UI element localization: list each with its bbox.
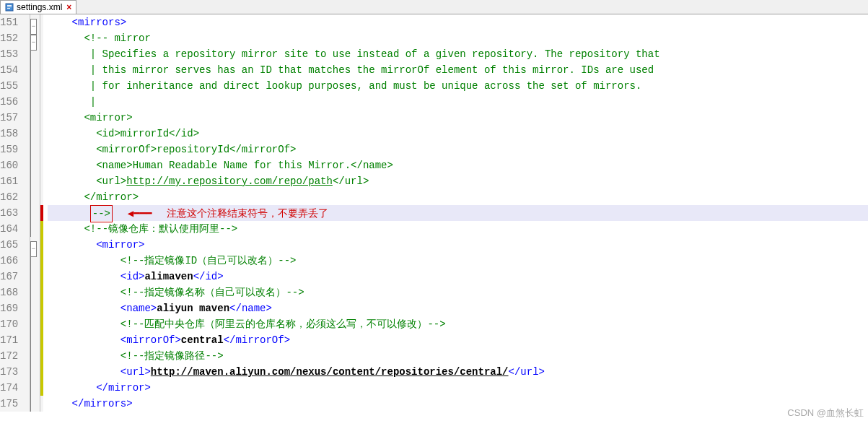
line-number: 153 <box>0 46 25 62</box>
xml-file-icon <box>5 3 14 12</box>
code-line[interactable]: | <box>48 94 868 110</box>
line-number-gutter: 1511521531541551561571581591601611621631… <box>0 14 30 412</box>
line-number: 154 <box>0 62 25 78</box>
code-line[interactable]: </mirror> <box>48 380 868 396</box>
fold-marker[interactable]: − <box>30 237 40 253</box>
fold-marker[interactable] <box>30 157 40 173</box>
arrow-icon: ◀━━━ <box>115 206 152 222</box>
line-number: 155 <box>0 78 25 94</box>
line-number: 158 <box>0 126 25 142</box>
fold-marker[interactable] <box>30 173 40 189</box>
code-line[interactable]: <name>aliyun maven</name> <box>48 300 868 316</box>
line-number: 170 <box>0 316 25 332</box>
line-number: 172 <box>0 348 25 364</box>
line-number: 160 <box>0 157 25 173</box>
line-number: 168 <box>0 285 25 300</box>
line-number: 171 <box>0 332 25 348</box>
line-number: 157 <box>0 110 25 126</box>
line-number: 164 <box>0 221 25 237</box>
close-icon[interactable]: × <box>66 2 71 12</box>
fold-marker[interactable] <box>30 269 40 285</box>
fold-gutter[interactable]: −−− <box>30 14 40 412</box>
line-number: 161 <box>0 173 25 189</box>
fold-marker[interactable] <box>30 62 40 78</box>
fold-marker[interactable] <box>30 332 40 348</box>
svg-rect-1 <box>7 5 12 6</box>
svg-rect-2 <box>7 6 12 7</box>
fold-marker[interactable] <box>30 316 40 332</box>
code-line[interactable]: <name>Human Readable Name for this Mirro… <box>48 157 868 173</box>
line-number: 159 <box>0 142 25 157</box>
fold-marker[interactable] <box>30 110 40 126</box>
fold-marker[interactable] <box>30 205 40 221</box>
fold-marker[interactable] <box>30 348 40 364</box>
code-line[interactable]: <mirrorOf>repositoryId</mirrorOf> <box>48 142 868 157</box>
file-tab-label: settings.xml <box>17 2 62 12</box>
line-number: 175 <box>0 396 25 412</box>
file-tab[interactable]: settings.xml × <box>0 0 76 14</box>
code-line[interactable]: <url>http://my.repository.com/repo/path<… <box>48 173 868 189</box>
code-line[interactable]: <!--匹配中央仓库（阿里云的仓库名称，必须这么写，不可以修改）--> <box>48 316 868 332</box>
line-number: 152 <box>0 30 25 46</box>
line-number: 169 <box>0 300 25 316</box>
line-number: 167 <box>0 269 25 285</box>
code-line[interactable]: <!--指定镜像路径--> <box>48 348 868 364</box>
line-number: 174 <box>0 380 25 396</box>
fold-marker[interactable] <box>30 78 40 94</box>
line-number: 163 <box>0 205 25 221</box>
fold-marker[interactable] <box>30 94 40 110</box>
code-line[interactable]: <mirror> <box>48 110 868 126</box>
svg-rect-3 <box>7 8 10 9</box>
fold-marker[interactable] <box>30 142 40 157</box>
code-line[interactable]: --> ◀━━━ 注意这个注释结束符号，不要弄丢了 <box>48 205 868 221</box>
code-line[interactable]: | this mirror serves has an ID that matc… <box>48 62 868 78</box>
code-line[interactable]: | Specifies a repository mirror site to … <box>48 46 868 62</box>
fold-marker[interactable] <box>30 300 40 316</box>
code-line[interactable]: <mirrorOf>central</mirrorOf> <box>48 332 868 348</box>
code-line[interactable]: <mirrors> <box>48 14 868 30</box>
line-number: 151 <box>0 14 25 30</box>
code-line[interactable]: </mirror> <box>48 189 868 205</box>
code-line[interactable]: <!--指定镜像ID（自己可以改名）--> <box>48 253 868 269</box>
code-line[interactable]: </mirrors> <box>48 396 868 412</box>
code-line[interactable]: | for inheritance and direct lookup purp… <box>48 78 868 94</box>
comment-end-highlight: --> <box>90 205 113 222</box>
fold-marker[interactable] <box>30 126 40 142</box>
annotation-text: 注意这个注释结束符号，不要弄丢了 <box>167 207 328 219</box>
code-line[interactable]: <!-- mirror <box>48 30 868 46</box>
code-line[interactable]: <id>mirrorId</id> <box>48 126 868 142</box>
code-line[interactable]: <url>http://maven.aliyun.com/nexus/conte… <box>48 364 868 380</box>
code-line[interactable]: <!--镜像仓库：默认使用阿里--> <box>48 221 868 237</box>
line-number: 166 <box>0 253 25 269</box>
line-number: 165 <box>0 237 25 253</box>
fold-marker[interactable] <box>30 380 40 396</box>
line-number: 173 <box>0 364 25 380</box>
fold-marker[interactable] <box>30 285 40 300</box>
line-number: 156 <box>0 94 25 110</box>
fold-marker[interactable] <box>30 396 40 412</box>
code-line[interactable]: <mirror> <box>48 237 868 253</box>
watermark: CSDN @血煞长虹 <box>787 407 864 412</box>
code-content[interactable]: <mirrors> <!-- mirror | Specifies a repo… <box>43 14 868 412</box>
fold-marker[interactable] <box>30 221 40 237</box>
code-line[interactable]: <id>alimaven</id> <box>48 269 868 285</box>
fold-marker[interactable] <box>30 364 40 380</box>
fold-marker[interactable] <box>30 189 40 205</box>
line-number: 162 <box>0 189 25 205</box>
fold-marker[interactable]: − <box>30 14 40 30</box>
code-editor[interactable]: 1511521531541551561571581591601611621631… <box>0 14 868 412</box>
tab-bar: settings.xml × <box>0 0 868 14</box>
code-line[interactable]: <!--指定镜像名称（自己可以改名）--> <box>48 285 868 300</box>
